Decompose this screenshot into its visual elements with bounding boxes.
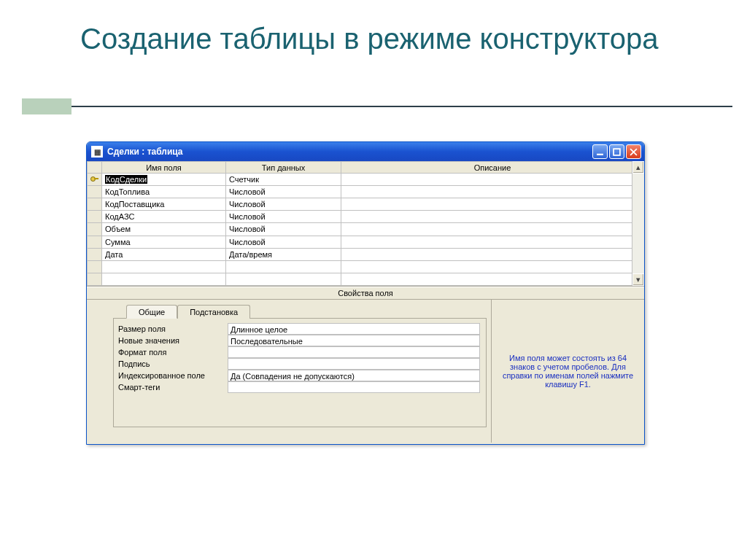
table-row[interactable]: СуммаЧисловой xyxy=(88,236,644,248)
prop-value-new-values[interactable]: Последовательные xyxy=(228,335,480,346)
column-header-desc[interactable]: Описание xyxy=(341,162,644,174)
prop-value-size[interactable]: Длинное целое xyxy=(228,323,480,335)
row-selector[interactable] xyxy=(88,198,102,211)
close-button[interactable] xyxy=(626,144,641,159)
field-help-text: Имя поля может состоять из 64 знаков с у… xyxy=(491,300,644,443)
prop-label-caption: Подпись xyxy=(118,358,228,370)
row-selector[interactable] xyxy=(88,211,102,223)
tab-panel-general: Размер поля Длинное целое Новые значения… xyxy=(113,318,487,427)
minimize-button[interactable] xyxy=(592,144,608,159)
row-selector[interactable] xyxy=(88,273,102,285)
window-titlebar[interactable]: ▦ Сделки : таблица xyxy=(87,142,644,161)
slide-title: Создание таблицы в режиме конструктора xyxy=(80,22,664,55)
field-desc-cell[interactable] xyxy=(341,211,644,223)
prop-row-new-values: Новые значения Последовательные xyxy=(118,335,486,346)
field-desc-cell[interactable] xyxy=(341,174,644,186)
field-type-cell[interactable]: Дата/время xyxy=(226,248,341,260)
prop-value-format[interactable] xyxy=(228,346,480,358)
prop-value-caption[interactable] xyxy=(228,358,480,370)
field-desc-cell[interactable] xyxy=(341,236,644,248)
svg-rect-1 xyxy=(614,149,620,155)
row-selector[interactable] xyxy=(88,223,102,236)
svg-rect-0 xyxy=(597,153,603,155)
row-selector[interactable] xyxy=(88,186,102,198)
field-name-cell[interactable]: Дата xyxy=(102,248,226,260)
table-row[interactable]: КодТопливаЧисловой xyxy=(88,186,644,198)
field-type-cell[interactable]: Счетчик xyxy=(226,174,341,186)
row-selector[interactable] xyxy=(88,174,102,186)
field-name-cell[interactable]: КодАЗС xyxy=(102,211,226,223)
field-name-cell[interactable] xyxy=(102,273,226,285)
prop-label-new-values: Новые значения xyxy=(118,335,228,346)
prop-row-size: Размер поля Длинное целое xyxy=(118,323,486,335)
field-type-cell[interactable]: Числовой xyxy=(226,236,341,248)
field-desc-cell[interactable] xyxy=(341,198,644,211)
table-row[interactable]: КодСделкиСчетчик xyxy=(88,174,644,186)
field-name-cell[interactable]: КодТоплива xyxy=(102,186,226,198)
tab-lookup[interactable]: Подстановка xyxy=(177,305,250,319)
properties-pane: Общие Подстановка Размер поля Длинное це… xyxy=(87,300,644,443)
prop-row-indexed: Индексированное поле Да (Совпадения не д… xyxy=(118,370,486,381)
tab-general[interactable]: Общие xyxy=(126,305,177,319)
field-desc-cell[interactable] xyxy=(341,186,644,198)
field-desc-cell[interactable] xyxy=(341,273,644,285)
field-desc-cell[interactable] xyxy=(341,248,644,260)
prop-row-format: Формат поля xyxy=(118,346,486,358)
maximize-icon xyxy=(613,148,621,156)
field-type-cell[interactable]: Числовой xyxy=(226,211,341,223)
row-selector[interactable] xyxy=(88,236,102,248)
field-name-cell[interactable]: КодПоставщика xyxy=(102,198,226,211)
maximize-button[interactable] xyxy=(609,144,624,159)
prop-label-format: Формат поля xyxy=(118,346,228,358)
column-header-type[interactable]: Тип данных xyxy=(226,162,341,174)
minimize-icon xyxy=(596,148,604,156)
prop-row-caption: Подпись xyxy=(118,358,486,370)
scroll-down-button[interactable]: ▾ xyxy=(632,273,644,286)
prop-value-indexed[interactable]: Да (Совпадения не допускаются) xyxy=(228,370,480,381)
table-row[interactable]: КодАЗСЧисловой xyxy=(88,211,644,223)
prop-label-size: Размер поля xyxy=(118,323,228,335)
field-name-cell[interactable]: Сумма xyxy=(102,236,226,248)
title-rule xyxy=(71,106,732,107)
table-row[interactable]: ДатаДата/время xyxy=(88,248,644,260)
field-name-cell[interactable] xyxy=(102,260,226,273)
prop-label-indexed: Индексированное поле xyxy=(118,370,228,381)
properties-tabs: Общие Подстановка xyxy=(113,304,487,318)
window-icon: ▦ xyxy=(91,146,103,158)
window-control-buttons xyxy=(592,144,641,159)
prop-label-smart-tags: Смарт-теги xyxy=(118,381,228,393)
field-type-cell[interactable]: Числовой xyxy=(226,223,341,236)
row-selector[interactable] xyxy=(88,248,102,260)
table-row[interactable] xyxy=(88,273,644,285)
properties-separator: Свойства поля xyxy=(87,287,644,300)
field-type-cell[interactable]: Числовой xyxy=(226,186,341,198)
close-icon xyxy=(630,148,638,156)
field-type-cell[interactable]: Числовой xyxy=(226,198,341,211)
grid-header-row: Имя поля Тип данных Описание xyxy=(88,162,644,174)
scroll-up-button[interactable]: ▴ xyxy=(632,161,644,174)
properties-left-panel: Общие Подстановка Размер поля Длинное це… xyxy=(87,300,491,443)
access-table-designer-window: ▦ Сделки : таблица Имя поля Тип xyxy=(86,141,645,445)
table-row[interactable]: КодПоставщикаЧисловой xyxy=(88,198,644,211)
field-grid-area: Имя поля Тип данных Описание КодСделкиСч… xyxy=(87,161,644,287)
field-desc-cell[interactable] xyxy=(341,260,644,273)
field-name-cell[interactable]: Объем xyxy=(102,223,226,236)
table-row[interactable]: ОбъемЧисловой xyxy=(88,223,644,236)
row-selector[interactable] xyxy=(88,260,102,273)
primary-key-icon xyxy=(90,174,99,183)
field-desc-cell[interactable] xyxy=(341,223,644,236)
field-type-cell[interactable] xyxy=(226,260,341,273)
table-row[interactable] xyxy=(88,260,644,273)
column-header-selector[interactable] xyxy=(88,162,102,174)
field-type-cell[interactable] xyxy=(226,273,341,285)
field-name-cell[interactable]: КодСделки xyxy=(102,174,226,186)
prop-value-smart-tags[interactable] xyxy=(228,381,480,393)
column-header-name[interactable]: Имя поля xyxy=(102,162,226,174)
vertical-scrollbar[interactable]: ▴ ▾ xyxy=(632,161,644,286)
prop-row-smart-tags: Смарт-теги xyxy=(118,381,486,393)
window-title-text: Сделки : таблица xyxy=(107,147,592,157)
field-grid[interactable]: Имя поля Тип данных Описание КодСделкиСч… xyxy=(87,161,644,286)
title-accent-box xyxy=(22,98,71,114)
